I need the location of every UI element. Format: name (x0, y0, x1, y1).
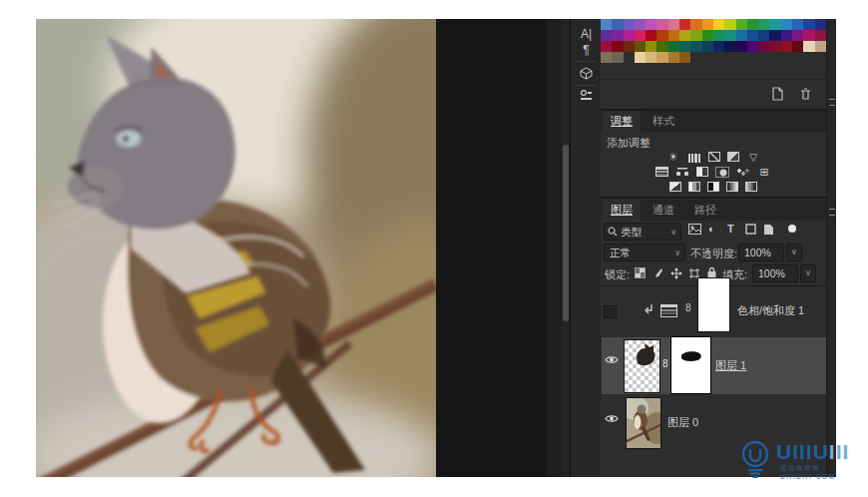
black-white-adjustment-icon[interactable] (696, 167, 708, 177)
lock-transparent-pixels-icon[interactable] (635, 267, 646, 278)
panel-menu-icon[interactable] (829, 99, 835, 106)
color-swatch[interactable] (646, 41, 656, 52)
mask-link-icon[interactable]: 8 (685, 302, 691, 313)
color-swatch[interactable] (635, 30, 646, 41)
hue-saturation-adjustment-icon[interactable] (655, 167, 668, 177)
opacity-dropdown[interactable]: ∨ (786, 244, 802, 261)
color-swatch[interactable] (702, 19, 713, 30)
invert-adjustment-icon[interactable] (669, 182, 681, 192)
delete-swatch-trash-icon[interactable] (799, 87, 812, 101)
filter-type-layers-icon[interactable]: T (727, 223, 734, 235)
color-swatch[interactable] (724, 19, 735, 30)
color-swatch[interactable] (803, 41, 814, 52)
layer-row-layer-1[interactable]: 8 图层 1 (602, 337, 826, 394)
layer-name[interactable]: 图层 1 (715, 358, 746, 373)
color-swatch[interactable] (815, 30, 826, 41)
filter-smart-object-icon[interactable] (763, 224, 774, 238)
color-swatch[interactable] (690, 41, 701, 52)
color-swatch[interactable] (612, 30, 623, 41)
color-swatch[interactable] (769, 30, 780, 41)
color-swatch[interactable] (656, 19, 667, 30)
color-swatch[interactable] (635, 19, 646, 30)
color-swatch[interactable] (679, 19, 690, 30)
filter-adjustment-layers-icon[interactable]: ◐ (708, 223, 715, 235)
3d-panel-icon[interactable] (571, 65, 602, 87)
levels-adjustment-icon[interactable] (687, 152, 701, 163)
color-swatch[interactable] (758, 19, 769, 30)
color-swatch[interactable] (646, 19, 656, 30)
color-swatch[interactable] (724, 30, 735, 41)
channel-mixer-adjustment-icon[interactable] (736, 167, 750, 178)
color-swatch[interactable] (769, 19, 780, 30)
scrollbar-thumb[interactable] (563, 145, 569, 321)
color-swatch[interactable] (635, 41, 646, 52)
panel-menu-icon[interactable] (829, 209, 835, 216)
tab-styles[interactable]: 样式 (645, 111, 682, 132)
layer-thumbnail-bird-photo[interactable] (626, 397, 661, 449)
color-swatch[interactable] (635, 52, 646, 63)
vibrance-adjustment-icon[interactable]: ▽ (746, 152, 760, 163)
blend-mode-select[interactable]: 正常 ∨ (604, 244, 685, 261)
color-swatch[interactable] (624, 30, 635, 41)
color-swatch[interactable] (758, 41, 769, 52)
color-swatch[interactable] (792, 30, 803, 41)
tab-layers[interactable]: 图层 (603, 200, 641, 221)
color-swatch[interactable] (747, 41, 758, 52)
canvas-image[interactable] (36, 19, 436, 477)
color-swatch[interactable] (724, 41, 735, 52)
visibility-toggle-off[interactable] (604, 305, 617, 318)
color-swatch[interactable] (668, 30, 679, 41)
color-swatch[interactable] (758, 30, 769, 41)
layer-thumbnail-cat[interactable] (624, 339, 660, 393)
opacity-input[interactable]: 100% (738, 244, 784, 261)
color-swatch[interactable] (656, 30, 667, 41)
color-swatch[interactable] (601, 30, 612, 41)
selective-color-adjustment-icon[interactable] (745, 182, 757, 192)
color-swatch[interactable] (679, 41, 690, 52)
fill-dropdown[interactable]: ∨ (800, 264, 816, 282)
color-swatch[interactable] (781, 41, 792, 52)
visibility-eye-icon[interactable] (605, 413, 621, 427)
color-swatch[interactable] (781, 30, 792, 41)
filter-pixel-layers-icon[interactable] (688, 224, 701, 237)
tab-adjustments[interactable]: 调整 (603, 111, 641, 132)
photo-filter-adjustment-icon[interactable] (715, 167, 729, 178)
color-swatch[interactable] (601, 41, 612, 52)
color-swatch[interactable] (690, 19, 701, 30)
tab-paths[interactable]: 路径 (686, 200, 724, 221)
lock-image-pixels-brush-icon[interactable] (652, 265, 663, 283)
color-swatch[interactable] (815, 41, 826, 52)
color-swatch[interactable] (612, 19, 623, 30)
color-swatch[interactable] (679, 30, 690, 41)
color-swatch[interactable] (612, 52, 623, 63)
color-swatch[interactable] (668, 19, 679, 30)
color-swatch[interactable] (656, 41, 667, 52)
adjustment-layer-thumbnail[interactable] (660, 304, 677, 317)
properties-panel-icon[interactable] (571, 87, 602, 109)
color-swatch[interactable] (679, 52, 690, 63)
filter-shape-layers-icon[interactable] (745, 224, 756, 237)
canvas-scrollbar[interactable] (562, 19, 570, 477)
color-swatch[interactable] (736, 41, 747, 52)
lock-position-move-icon[interactable] (670, 265, 682, 283)
color-swatch[interactable] (646, 30, 656, 41)
color-swatch[interactable] (803, 19, 814, 30)
layer-name[interactable]: 图层 0 (667, 415, 698, 430)
color-swatch[interactable] (690, 30, 701, 41)
threshold-adjustment-icon[interactable] (707, 182, 719, 192)
color-swatch[interactable] (781, 19, 792, 30)
color-swatch[interactable] (736, 30, 747, 41)
layer-name[interactable]: 色相/饱和度 1 (737, 303, 804, 318)
new-swatch-icon[interactable] (770, 87, 784, 101)
layer-row-hue-saturation[interactable]: 8 色相/饱和度 1 (602, 287, 826, 337)
color-swatch[interactable] (713, 41, 724, 52)
color-balance-adjustment-icon[interactable] (675, 167, 689, 178)
layer-filter-kind-select[interactable]: 类型 ∨ (604, 223, 681, 241)
paragraph-panel-icon[interactable]: ¶ (571, 39, 602, 61)
color-lookup-adjustment-icon[interactable]: ⊞ (757, 167, 771, 178)
color-swatch[interactable] (668, 41, 679, 52)
color-swatch[interactable] (601, 19, 612, 30)
color-swatch[interactable] (656, 52, 667, 63)
layer-mask-thumbnail-white[interactable] (697, 277, 730, 332)
color-swatch[interactable] (747, 19, 758, 30)
